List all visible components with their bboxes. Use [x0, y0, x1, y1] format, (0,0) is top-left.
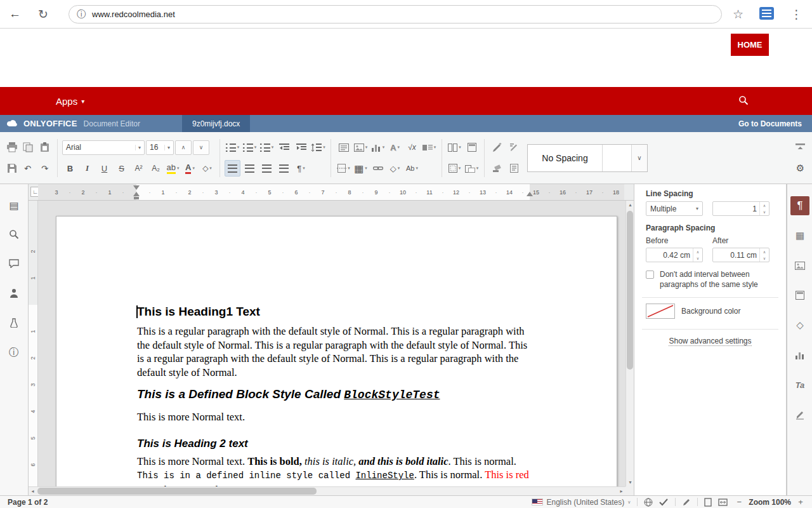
spin-up-icon[interactable]: ∧	[760, 248, 769, 255]
insert-image-button[interactable]: ▾	[353, 139, 369, 156]
align-justify-button[interactable]	[276, 160, 292, 177]
header-footer-button[interactable]	[464, 139, 480, 156]
browser-reload-icon[interactable]: ↻	[38, 7, 48, 22]
search-icon[interactable]	[4, 225, 23, 244]
chart-settings-icon[interactable]	[790, 345, 809, 364]
insert-textbox-button[interactable]	[336, 139, 351, 156]
vertical-scrollbar[interactable]: ▴ ▾	[625, 201, 634, 486]
style-item-empty[interactable]	[603, 145, 632, 171]
scroll-left-button[interactable]: ◂	[29, 487, 37, 495]
page-content[interactable]: This is Heading1 Text This is a regular …	[137, 304, 530, 486]
style-item-no-spacing[interactable]: No Spacing	[528, 145, 603, 171]
doc-mixed-paragraph[interactable]: This is more Normal text. This is bold, …	[137, 455, 530, 487]
insert-hyperlink-button[interactable]	[370, 160, 386, 177]
subscript-button[interactable]: A₂	[148, 160, 164, 177]
mailmerge-button[interactable]	[506, 139, 522, 156]
set-language-icon[interactable]	[644, 498, 653, 507]
reading-list-icon[interactable]	[759, 7, 774, 20]
doc-normal-text-2[interactable]: This is more Normal text.	[137, 410, 530, 424]
bookmark-star-icon[interactable]: ☆	[733, 7, 743, 22]
underline-button[interactable]: U	[96, 160, 112, 177]
increase-font-button[interactable]: ∧	[175, 140, 192, 155]
page-orientation-button[interactable]: ▾	[464, 160, 480, 177]
insert-pagebreak-button[interactable]: ▾	[336, 160, 351, 177]
navbar-search-icon[interactable]	[738, 95, 749, 108]
spin-down-icon[interactable]: ∨	[760, 209, 769, 216]
horizontal-scroll-thumb[interactable]	[37, 488, 317, 495]
comments-icon[interactable]	[4, 254, 23, 273]
superscript-button[interactable]: A²	[131, 160, 147, 177]
shading-color-button[interactable]: ◇▾	[199, 160, 215, 177]
image-settings-icon[interactable]	[790, 256, 809, 275]
insert-dropcap-button[interactable]: ▾	[421, 139, 437, 156]
horizontal-scrollbar[interactable]: ◂ ▸	[29, 486, 625, 495]
spacing-before-spinner[interactable]: 0.42 cm ∧∨	[646, 248, 703, 262]
spellcheck-icon[interactable]	[659, 498, 669, 506]
insert-chart-button[interactable]: ▾	[370, 139, 386, 156]
decrease-font-button[interactable]: ∨	[193, 140, 209, 155]
font-name-select[interactable]: Arial ▾	[62, 140, 145, 155]
fit-page-icon[interactable]	[704, 498, 712, 507]
zoom-level[interactable]: Zoom 100%	[749, 498, 791, 507]
view-settings-button[interactable]	[792, 139, 808, 156]
insert-footnote-button[interactable]: Ab▾	[404, 160, 420, 177]
plugins-icon[interactable]	[4, 313, 23, 332]
styles-gallery[interactable]: No Spacing ∨	[527, 144, 648, 172]
insert-textart-button[interactable]: A▾	[387, 139, 403, 156]
align-right-button[interactable]	[259, 160, 275, 177]
track-changes-icon[interactable]	[682, 498, 691, 507]
line-spacing-button[interactable]: ▾	[310, 139, 326, 156]
insert-columns-button[interactable]: ▾	[447, 139, 462, 156]
strikeout-button[interactable]: S	[114, 160, 129, 177]
textart-settings-icon[interactable]: Ta	[790, 375, 809, 394]
paste-button[interactable]	[37, 139, 53, 156]
doc-heading1[interactable]: This is Heading1 Text	[137, 304, 530, 319]
increase-indent-button[interactable]	[293, 139, 309, 156]
address-bar[interactable]: ⓘ www.redcoolmedia.net	[69, 5, 722, 23]
clear-style-button[interactable]	[489, 160, 505, 177]
spin-up-icon[interactable]: ∧	[693, 248, 702, 255]
spin-down-icon[interactable]: ∨	[760, 255, 769, 262]
no-interval-label[interactable]: Don't add interval between paragraphs of…	[660, 269, 774, 290]
page-indicator[interactable]: Page 1 of 2	[8, 498, 48, 507]
bold-button[interactable]: B	[62, 160, 78, 177]
font-size-select[interactable]: 16 ▾	[146, 140, 174, 155]
page-margins-button[interactable]: ▾	[447, 160, 462, 177]
copy-style-button[interactable]	[489, 139, 505, 156]
numbered-list-button[interactable]: ▾	[242, 139, 258, 156]
shape-settings-icon[interactable]: ◇	[790, 316, 809, 335]
undo-button[interactable]: ↶	[20, 160, 36, 177]
spacing-after-spinner[interactable]: 0.11 cm ∧∨	[712, 248, 769, 262]
document-page[interactable]: This is Heading1 Text This is a regular …	[56, 216, 617, 486]
document-tab[interactable]: 9z0mijvfj.docx	[182, 115, 250, 132]
signature-settings-icon[interactable]	[790, 405, 809, 424]
doc-paragraph-normal[interactable]: This is a regular paragraph with the def…	[137, 324, 530, 379]
paragraph-settings-icon[interactable]: ¶	[790, 196, 809, 215]
zoom-out-button[interactable]: −	[734, 497, 744, 507]
about-icon[interactable]: ⓘ	[4, 343, 23, 362]
redo-button[interactable]: ↷	[37, 160, 53, 177]
left-indent-box-marker[interactable]	[134, 197, 139, 199]
chat-icon[interactable]	[4, 283, 23, 302]
no-interval-checkbox[interactable]	[646, 271, 654, 279]
print-button[interactable]	[4, 139, 20, 156]
document-canvas[interactable]: This is Heading1 Text This is a regular …	[38, 201, 624, 486]
scroll-right-button[interactable]: ▸	[617, 487, 625, 495]
doc-block-style-heading[interactable]: This is a Defined Block Style Called Blo…	[137, 387, 530, 403]
site-info-icon[interactable]: ⓘ	[77, 9, 86, 20]
font-color-button[interactable]: A▾	[182, 160, 198, 177]
right-indent-marker[interactable]	[527, 192, 533, 196]
multilevel-list-button[interactable]: ▾	[259, 139, 275, 156]
save-button[interactable]	[4, 160, 20, 177]
table-settings-icon[interactable]: ▦	[790, 226, 809, 245]
home-button[interactable]: HOME	[731, 34, 769, 56]
apps-menu[interactable]: Apps ▾	[56, 96, 84, 107]
fit-width-icon[interactable]	[718, 498, 728, 506]
doc-heading2[interactable]: This is Heading 2 text	[137, 437, 530, 451]
bullet-list-button[interactable]: ▾	[225, 139, 240, 156]
left-indent-marker[interactable]	[133, 192, 140, 196]
zoom-in-button[interactable]: +	[796, 497, 806, 507]
first-line-indent-marker[interactable]	[133, 185, 140, 190]
line-spacing-select[interactable]: Multiple ▾	[646, 201, 703, 216]
align-center-button[interactable]	[242, 160, 258, 177]
